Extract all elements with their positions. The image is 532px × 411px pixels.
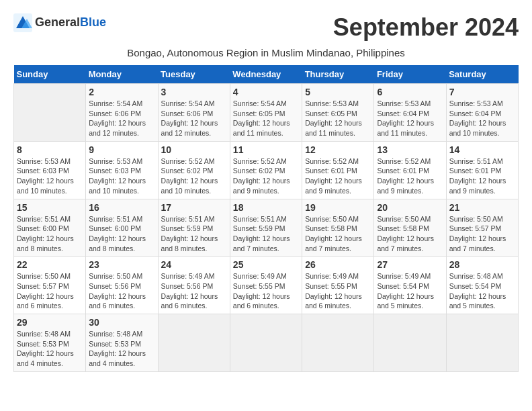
table-cell: 13Sunrise: 5:52 AMSunset: 6:01 PMDayligh…: [374, 141, 446, 199]
day-detail: Sunrise: 5:49 AMSunset: 5:54 PMDaylight:…: [377, 271, 443, 311]
day-number: 4: [233, 87, 299, 97]
day-number: 3: [161, 87, 227, 97]
table-cell: 18Sunrise: 5:51 AMSunset: 5:59 PMDayligh…: [230, 199, 302, 257]
day-detail: Sunrise: 5:51 AMSunset: 6:01 PMDaylight:…: [449, 156, 515, 196]
day-number: 11: [233, 144, 299, 155]
col-saturday: Saturday: [446, 65, 518, 84]
table-cell: 20Sunrise: 5:50 AMSunset: 5:58 PMDayligh…: [374, 199, 446, 257]
day-number: 28: [449, 259, 515, 270]
table-cell: 14Sunrise: 5:51 AMSunset: 6:01 PMDayligh…: [446, 141, 518, 199]
day-detail: Sunrise: 5:53 AMSunset: 6:04 PMDaylight:…: [449, 99, 515, 138]
day-number: 17: [161, 202, 227, 213]
table-cell: [374, 314, 446, 372]
day-number: 27: [377, 259, 443, 270]
table-cell: [230, 314, 302, 372]
table-row: 15Sunrise: 5:51 AMSunset: 6:00 PMDayligh…: [14, 199, 519, 257]
day-detail: Sunrise: 5:50 AMSunset: 5:57 PMDaylight:…: [449, 214, 515, 254]
day-number: 19: [305, 202, 371, 213]
table-cell: 27Sunrise: 5:49 AMSunset: 5:54 PMDayligh…: [374, 257, 446, 314]
table-cell: 17Sunrise: 5:51 AMSunset: 5:59 PMDayligh…: [158, 199, 230, 257]
day-number: 20: [377, 202, 443, 213]
table-row: 8Sunrise: 5:53 AMSunset: 6:03 PMDaylight…: [14, 141, 519, 199]
day-number: 5: [305, 87, 371, 97]
day-number: 10: [161, 144, 227, 155]
table-cell: 26Sunrise: 5:49 AMSunset: 5:55 PMDayligh…: [302, 257, 374, 314]
day-detail: Sunrise: 5:53 AMSunset: 6:03 PMDaylight:…: [17, 156, 83, 196]
day-detail: Sunrise: 5:49 AMSunset: 5:55 PMDaylight:…: [233, 271, 299, 311]
table-cell: 21Sunrise: 5:50 AMSunset: 5:57 PMDayligh…: [446, 199, 518, 257]
table-cell: 19Sunrise: 5:50 AMSunset: 5:58 PMDayligh…: [302, 199, 374, 257]
day-number: 13: [377, 144, 443, 155]
table-row: 22Sunrise: 5:50 AMSunset: 5:57 PMDayligh…: [14, 257, 519, 314]
day-detail: Sunrise: 5:50 AMSunset: 5:56 PMDaylight:…: [89, 271, 154, 311]
table-cell: 30Sunrise: 5:48 AMSunset: 5:53 PMDayligh…: [86, 314, 158, 372]
calendar-table: Sunday Monday Tuesday Wednesday Thursday…: [13, 65, 519, 372]
day-detail: Sunrise: 5:48 AMSunset: 5:53 PMDaylight:…: [89, 329, 154, 369]
table-cell: 12Sunrise: 5:52 AMSunset: 6:01 PMDayligh…: [302, 141, 374, 199]
col-wednesday: Wednesday: [230, 65, 302, 84]
day-number: 30: [89, 317, 154, 328]
day-detail: Sunrise: 5:49 AMSunset: 5:55 PMDaylight:…: [305, 271, 371, 311]
day-number: 16: [89, 202, 154, 213]
day-number: 2: [89, 87, 154, 97]
table-cell: [158, 314, 230, 372]
day-detail: Sunrise: 5:48 AMSunset: 5:54 PMDaylight:…: [449, 271, 515, 311]
day-number: 23: [89, 259, 154, 270]
day-detail: Sunrise: 5:54 AMSunset: 6:05 PMDaylight:…: [233, 99, 299, 138]
table-cell: 6Sunrise: 5:53 AMSunset: 6:04 PMDaylight…: [374, 84, 446, 142]
table-cell: [14, 84, 86, 142]
day-number: 22: [17, 259, 83, 270]
logo: GeneralBlue: [13, 13, 106, 32]
day-detail: Sunrise: 5:49 AMSunset: 5:56 PMDaylight:…: [161, 271, 227, 311]
day-detail: Sunrise: 5:53 AMSunset: 6:03 PMDaylight:…: [89, 156, 154, 196]
col-thursday: Thursday: [302, 65, 374, 84]
location-title: Bongao, Autonomous Region in Muslim Mind…: [13, 47, 519, 58]
day-detail: Sunrise: 5:52 AMSunset: 6:02 PMDaylight:…: [161, 156, 227, 196]
table-cell: 11Sunrise: 5:52 AMSunset: 6:02 PMDayligh…: [230, 141, 302, 199]
day-number: 18: [233, 202, 299, 213]
day-detail: Sunrise: 5:53 AMSunset: 6:04 PMDaylight:…: [377, 99, 443, 138]
logo-line1: General: [35, 15, 80, 29]
table-cell: 22Sunrise: 5:50 AMSunset: 5:57 PMDayligh…: [14, 257, 86, 314]
day-detail: Sunrise: 5:52 AMSunset: 6:01 PMDaylight:…: [377, 156, 443, 196]
logo-line2: Blue: [80, 15, 106, 29]
table-cell: 5Sunrise: 5:53 AMSunset: 6:05 PMDaylight…: [302, 84, 374, 142]
day-number: 9: [89, 144, 154, 155]
table-cell: 24Sunrise: 5:49 AMSunset: 5:56 PMDayligh…: [158, 257, 230, 314]
table-cell: 2Sunrise: 5:54 AMSunset: 6:06 PMDaylight…: [86, 84, 158, 142]
day-detail: Sunrise: 5:54 AMSunset: 6:06 PMDaylight:…: [161, 99, 227, 138]
table-cell: 23Sunrise: 5:50 AMSunset: 5:56 PMDayligh…: [86, 257, 158, 314]
day-detail: Sunrise: 5:54 AMSunset: 6:06 PMDaylight:…: [89, 99, 154, 138]
day-detail: Sunrise: 5:51 AMSunset: 6:00 PMDaylight:…: [17, 214, 83, 254]
day-number: 12: [305, 144, 371, 155]
day-number: 25: [233, 259, 299, 270]
day-detail: Sunrise: 5:48 AMSunset: 5:53 PMDaylight:…: [17, 329, 83, 369]
day-detail: Sunrise: 5:51 AMSunset: 5:59 PMDaylight:…: [161, 214, 227, 254]
day-number: 26: [305, 259, 371, 270]
day-number: 21: [449, 202, 515, 213]
table-cell: 29Sunrise: 5:48 AMSunset: 5:53 PMDayligh…: [14, 314, 86, 372]
day-detail: Sunrise: 5:53 AMSunset: 6:05 PMDaylight:…: [305, 99, 371, 138]
day-detail: Sunrise: 5:52 AMSunset: 6:02 PMDaylight:…: [233, 156, 299, 196]
day-number: 14: [449, 144, 515, 155]
day-detail: Sunrise: 5:52 AMSunset: 6:01 PMDaylight:…: [305, 156, 371, 196]
col-tuesday: Tuesday: [158, 65, 230, 84]
table-row: 2Sunrise: 5:54 AMSunset: 6:06 PMDaylight…: [14, 84, 519, 142]
day-detail: Sunrise: 5:51 AMSunset: 5:59 PMDaylight:…: [233, 214, 299, 254]
table-cell: 15Sunrise: 5:51 AMSunset: 6:00 PMDayligh…: [14, 199, 86, 257]
day-detail: Sunrise: 5:50 AMSunset: 5:58 PMDaylight:…: [305, 214, 371, 254]
table-cell: 10Sunrise: 5:52 AMSunset: 6:02 PMDayligh…: [158, 141, 230, 199]
table-cell: 28Sunrise: 5:48 AMSunset: 5:54 PMDayligh…: [446, 257, 518, 314]
table-cell: 25Sunrise: 5:49 AMSunset: 5:55 PMDayligh…: [230, 257, 302, 314]
col-sunday: Sunday: [14, 65, 86, 84]
day-detail: Sunrise: 5:51 AMSunset: 6:00 PMDaylight:…: [89, 214, 154, 254]
table-cell: 4Sunrise: 5:54 AMSunset: 6:05 PMDaylight…: [230, 84, 302, 142]
col-friday: Friday: [374, 65, 446, 84]
table-cell: 7Sunrise: 5:53 AMSunset: 6:04 PMDaylight…: [446, 84, 518, 142]
day-number: 7: [449, 87, 515, 97]
table-cell: 8Sunrise: 5:53 AMSunset: 6:03 PMDaylight…: [14, 141, 86, 199]
table-cell: [302, 314, 374, 372]
logo-icon: [13, 13, 32, 32]
table-cell: 9Sunrise: 5:53 AMSunset: 6:03 PMDaylight…: [86, 141, 158, 199]
table-cell: 3Sunrise: 5:54 AMSunset: 6:06 PMDaylight…: [158, 84, 230, 142]
